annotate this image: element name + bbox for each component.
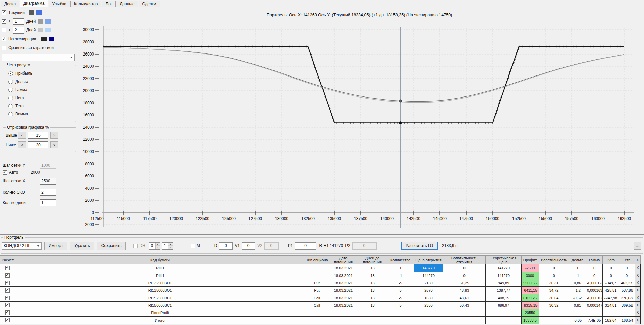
tab-Улыбка[interactable]: Улыбка <box>49 1 70 7</box>
tab-Диаграмма[interactable]: Диаграмма <box>20 0 48 7</box>
save-button[interactable]: Сохранить <box>97 242 126 250</box>
row-delete-button[interactable]: X <box>635 287 640 294</box>
cell-checked <box>0 287 15 294</box>
layer-checkbox[interactable] <box>2 10 6 15</box>
radio-row-Гамма[interactable]: Гамма <box>6 86 73 94</box>
col-header: Количество <box>387 256 414 264</box>
auto-grid-checkbox[interactable] <box>3 170 7 175</box>
cell-open_price: 2350 <box>414 302 443 309</box>
row-delete-button[interactable]: X <box>635 294 640 301</box>
range-below-increase-button[interactable]: > <box>50 141 58 148</box>
dh-spinner-2[interactable]: 1 ▲▼ <box>162 242 173 250</box>
p2-input[interactable]: 0 <box>352 242 377 250</box>
row-delete-button[interactable]: X <box>635 309 640 316</box>
v2-label: V2 <box>257 243 262 248</box>
tab-Данные[interactable]: Данные <box>116 1 138 7</box>
layer-checkbox[interactable] <box>2 37 6 41</box>
x-tick-label: 155000 <box>539 216 552 221</box>
radio-icon[interactable] <box>8 112 13 116</box>
layer-checkbox[interactable] <box>2 19 6 24</box>
cell-open_price[interactable]: 143770 <box>414 264 443 272</box>
radio-icon[interactable] <box>8 80 13 84</box>
spinner-arrows-icon[interactable]: ▲▼ <box>155 243 160 249</box>
x-tick-label: 117500 <box>143 216 156 221</box>
layer-checkbox[interactable] <box>2 28 6 32</box>
strategy-combobox[interactable] <box>2 54 75 61</box>
minimize-panel-button[interactable]: – <box>634 242 641 250</box>
p1-input[interactable]: 0 <box>295 242 316 250</box>
layer-days-input[interactable]: 1 <box>13 18 24 25</box>
compare-strategy-checkbox[interactable] <box>2 46 6 50</box>
radio-row-Вомма[interactable]: Вомма <box>6 110 73 118</box>
cell-open_vol: 50,43 <box>443 302 486 309</box>
radio-icon[interactable] <box>8 71 13 76</box>
calc-go-button[interactable]: Рассчитать ГО <box>401 242 438 250</box>
row-calc-checkbox[interactable] <box>5 273 10 278</box>
d-input[interactable]: 0 <box>219 242 233 250</box>
radio-icon[interactable] <box>8 88 13 92</box>
col-header: Цена открытия <box>414 256 443 264</box>
row-delete-button[interactable]: X <box>635 272 640 279</box>
row-calc-checkbox[interactable] <box>5 318 10 322</box>
chevron-down-icon[interactable] <box>35 243 41 249</box>
col-header: Код бумаги <box>15 256 305 264</box>
grid-step-x-input[interactable]: 2500 <box>40 178 56 185</box>
range-above-value[interactable]: 15 <box>28 132 48 139</box>
cell-delta: -0,52 <box>569 294 586 302</box>
tab-Сделки[interactable]: Сделки <box>139 1 160 7</box>
radio-row-Прибыль[interactable]: Прибыль <box>6 69 73 78</box>
row-delete-button[interactable]: X <box>635 264 640 272</box>
cell-theor: 141270 <box>486 272 522 279</box>
cell-open_vol <box>443 309 486 317</box>
payoff-chart[interactable]: Портфель: Ось X: 141260 Ось Y: (Текущий … <box>78 7 644 234</box>
cell-days <box>358 317 387 324</box>
range-above-decrease-button[interactable]: < <box>18 132 26 139</box>
cell-vol: 30,32 <box>539 302 569 309</box>
import-button[interactable]: Импорт <box>44 242 67 250</box>
dh-checkbox[interactable] <box>133 244 138 248</box>
row-delete-button[interactable]: X <box>635 279 640 286</box>
radio-icon[interactable] <box>8 96 13 100</box>
tab-Лог[interactable]: Лог <box>102 1 116 7</box>
crosshair-marker <box>399 122 402 124</box>
delete-button[interactable]: Удалить <box>70 242 94 250</box>
row-calc-checkbox[interactable] <box>5 310 10 315</box>
v2-input[interactable]: 0 <box>264 242 279 250</box>
range-below-decrease-button[interactable]: < <box>18 141 26 148</box>
row-calc-checkbox[interactable] <box>5 296 10 300</box>
radio-row-Тета[interactable]: Тета <box>6 102 73 110</box>
tab-Доска[interactable]: Доска <box>1 1 19 7</box>
row-calc-checkbox[interactable] <box>5 303 10 307</box>
row-calc-checkbox[interactable] <box>5 281 10 285</box>
grid-step-y-input[interactable]: 1000 <box>40 162 56 169</box>
chevron-down-icon[interactable] <box>68 54 74 61</box>
range-below-value[interactable]: 20 <box>28 141 48 148</box>
dh-spinner-1-value: 0 <box>149 243 155 249</box>
row-calc-checkbox[interactable] <box>5 288 10 292</box>
cell-vol: 0 <box>539 272 569 279</box>
row-calc-checkbox[interactable] <box>5 266 10 270</box>
layer-row-1: +1Дней <box>2 18 77 25</box>
grid-step-x-label: Шаг сетки X <box>3 179 40 183</box>
layer-days-input[interactable]: 2 <box>13 27 24 34</box>
dh-spinner-1[interactable]: 0 ▲▼ <box>149 242 160 250</box>
draw-what-group-title: Чего рисуем <box>6 63 32 67</box>
radio-row-Дельта[interactable]: Дельта <box>6 78 73 86</box>
row-delete-button[interactable]: X <box>635 317 640 324</box>
radio-row-Вега[interactable]: Вега <box>6 94 73 102</box>
tab-Калькулятор[interactable]: Калькулятор <box>70 1 101 7</box>
days-count-input[interactable]: 1 <box>40 199 56 206</box>
y-tick-label: 28000 <box>83 40 94 44</box>
row-delete-button[interactable]: X <box>635 302 640 309</box>
range-above-increase-button[interactable]: > <box>50 132 58 139</box>
cell-open_vol: 48,83 <box>443 287 486 294</box>
v1-input[interactable]: 0 <box>242 242 255 250</box>
range-below-label: Ниже <box>6 143 18 147</box>
sko-count-input[interactable]: 2 <box>40 189 56 196</box>
col-header: Волатильность открытия <box>443 256 486 264</box>
m-checkbox[interactable] <box>191 244 195 248</box>
spinner-arrows-icon[interactable]: ▲▼ <box>168 243 173 249</box>
portfolio-combobox[interactable]: КОНДОР 2 ПІ <box>2 242 42 250</box>
layer-row-2: +2Дней <box>2 27 77 34</box>
radio-icon[interactable] <box>8 104 13 108</box>
